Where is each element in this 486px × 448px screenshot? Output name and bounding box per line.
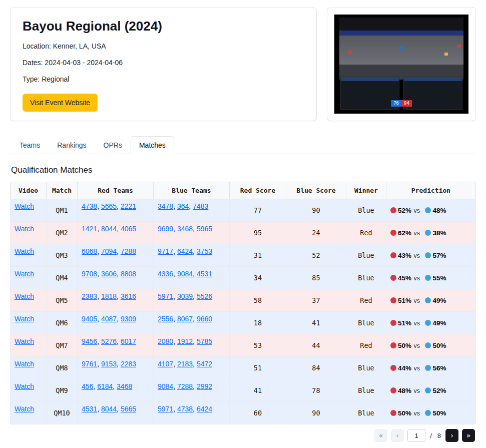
team-link[interactable]: 5971: [158, 405, 173, 413]
team-link[interactable]: 2183: [177, 360, 193, 368]
team-link[interactable]: 9405: [82, 315, 97, 323]
team-link[interactable]: 4065: [121, 225, 136, 233]
team-link[interactable]: 5965: [197, 225, 212, 233]
team-link[interactable]: 5971: [158, 292, 173, 300]
watch-link[interactable]: Watch: [15, 202, 34, 210]
match-number-cell: QM5: [47, 289, 78, 312]
blue-prediction-pct: 49%: [432, 297, 446, 304]
team-link[interactable]: 4336: [158, 270, 173, 278]
team-link[interactable]: 9717: [158, 247, 173, 255]
team-link[interactable]: 2283: [121, 360, 136, 368]
team-link[interactable]: 9708: [82, 270, 97, 278]
red-teams-cell: 6068, 7094, 7288: [78, 244, 154, 267]
watch-link[interactable]: Watch: [15, 360, 34, 368]
video-red-score: 94: [401, 100, 412, 107]
team-link[interactable]: 5276: [101, 337, 117, 345]
team-link[interactable]: 5472: [197, 360, 212, 368]
watch-link[interactable]: Watch: [15, 315, 34, 323]
team-link[interactable]: 6068: [82, 247, 97, 255]
match-number-cell: QM10: [47, 402, 78, 424]
pagination-page-input[interactable]: 1: [407, 429, 425, 442]
tab-oprs[interactable]: OPRs: [95, 136, 131, 154]
team-link[interactable]: 2221: [121, 202, 136, 210]
visit-event-website-button[interactable]: Visit Event Website: [23, 94, 98, 112]
col-winner: Winner: [346, 182, 386, 199]
red-score-cell: 41: [230, 379, 286, 402]
team-link[interactable]: 7483: [193, 202, 208, 210]
pagination-last-button[interactable]: »: [462, 429, 475, 442]
team-link[interactable]: 9456: [82, 337, 97, 345]
red-teams-cell: 9456, 5276, 6017: [78, 334, 154, 357]
team-link[interactable]: 6184: [97, 382, 113, 390]
red-alliance-dot-icon: [390, 230, 396, 236]
watch-link[interactable]: Watch: [15, 405, 34, 413]
team-link[interactable]: 6017: [121, 337, 136, 345]
pagination-prev-button[interactable]: ‹: [391, 429, 404, 442]
team-link[interactable]: 9699: [158, 225, 173, 233]
team-link[interactable]: 9084: [177, 270, 193, 278]
team-link[interactable]: 3616: [121, 292, 136, 300]
prediction-cell: 50% vs 50%: [386, 402, 476, 424]
team-link[interactable]: 7288: [177, 382, 193, 390]
team-link[interactable]: 2383: [82, 292, 97, 300]
col-red-score: Red Score: [230, 182, 286, 199]
team-link[interactable]: 7094: [101, 247, 117, 255]
team-link[interactable]: 9660: [197, 315, 212, 323]
team-link[interactable]: 456: [82, 382, 93, 390]
team-link[interactable]: 9761: [82, 360, 97, 368]
team-link[interactable]: 3468: [117, 382, 132, 390]
pagination-next-button[interactable]: ›: [445, 429, 458, 442]
team-link[interactable]: 5665: [101, 202, 117, 210]
team-link[interactable]: 9084: [158, 382, 173, 390]
video-arena-banners: [339, 31, 463, 36]
team-link[interactable]: 4087: [101, 315, 117, 323]
team-link[interactable]: 5526: [197, 292, 212, 300]
event-location: Location: Kenner, LA, USA: [23, 42, 304, 50]
team-link[interactable]: 8044: [101, 225, 117, 233]
watch-link[interactable]: Watch: [15, 382, 34, 390]
watch-link[interactable]: Watch: [15, 247, 34, 255]
team-link[interactable]: 8067: [177, 315, 193, 323]
team-link[interactable]: 4107: [158, 360, 173, 368]
tab-teams[interactable]: Teams: [11, 136, 49, 154]
team-link[interactable]: 3478: [158, 202, 173, 210]
team-link[interactable]: 1818: [101, 292, 117, 300]
team-link[interactable]: 1912: [177, 337, 193, 345]
team-link[interactable]: 7288: [121, 247, 136, 255]
team-link[interactable]: 4738: [82, 202, 97, 210]
team-link[interactable]: 2992: [197, 382, 212, 390]
team-link[interactable]: 3468: [177, 225, 193, 233]
blue-teams-cell: 2080, 1912, 5785: [154, 334, 230, 357]
watch-link[interactable]: Watch: [15, 337, 34, 345]
team-link[interactable]: 5785: [197, 337, 212, 345]
red-prediction-pct: 44%: [398, 364, 411, 372]
tab-matches[interactable]: Matches: [131, 136, 174, 154]
team-link[interactable]: 3039: [177, 292, 193, 300]
red-score-cell: 60: [230, 402, 286, 424]
vs-label: vs: [411, 275, 422, 282]
team-link[interactable]: 2556: [158, 315, 173, 323]
team-link[interactable]: 8044: [101, 405, 117, 413]
team-link[interactable]: 4531: [197, 270, 212, 278]
watch-link[interactable]: Watch: [15, 270, 34, 278]
team-link[interactable]: 2080: [158, 337, 173, 345]
team-link[interactable]: 9153: [101, 360, 117, 368]
team-link[interactable]: 6424: [197, 405, 212, 413]
team-link[interactable]: 4738: [177, 405, 193, 413]
team-link[interactable]: 1421: [82, 225, 97, 233]
team-link[interactable]: 5665: [121, 405, 136, 413]
watch-link[interactable]: Watch: [15, 292, 34, 300]
team-link[interactable]: 8808: [121, 270, 136, 278]
team-link[interactable]: 3606: [101, 270, 117, 278]
team-link[interactable]: 364: [177, 202, 189, 210]
pagination-first-button[interactable]: «: [374, 429, 387, 442]
event-video-thumbnail[interactable]: 76 94: [334, 15, 468, 114]
team-link[interactable]: 3753: [197, 247, 212, 255]
team-link[interactable]: 9309: [121, 315, 136, 323]
watch-link[interactable]: Watch: [15, 225, 34, 233]
team-link[interactable]: 4531: [82, 405, 97, 413]
blue-teams-cell: 2556, 8067, 9660: [154, 312, 230, 334]
tab-bar: Teams Rankings OPRs Matches: [10, 136, 476, 154]
team-link[interactable]: 6424: [177, 247, 193, 255]
tab-rankings[interactable]: Rankings: [49, 136, 95, 154]
